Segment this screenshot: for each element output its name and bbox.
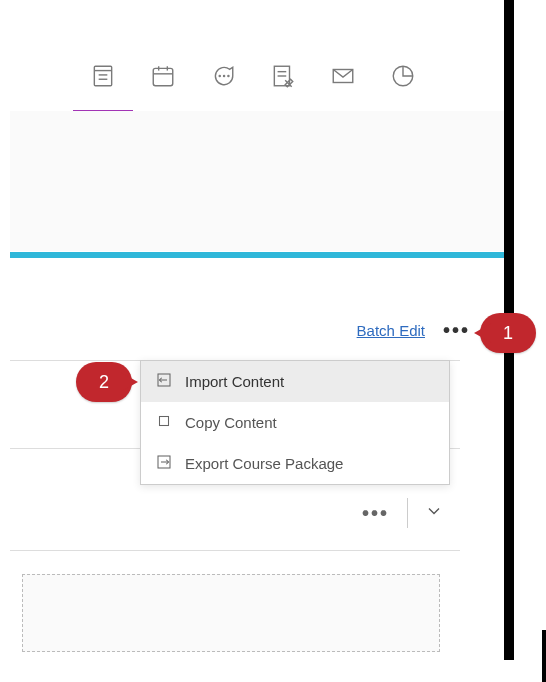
- divider: [10, 550, 460, 551]
- module-more-button[interactable]: •••: [344, 502, 407, 525]
- tab-discussions[interactable]: [208, 63, 238, 93]
- menu-item-copy-content[interactable]: Copy Content: [141, 402, 449, 443]
- copy-icon: [155, 412, 173, 433]
- svg-point-10: [227, 75, 228, 76]
- tab-analytics[interactable]: [388, 63, 418, 93]
- content-actions-row: Batch Edit •••: [10, 320, 470, 340]
- course-banner: [10, 111, 504, 251]
- menu-item-export-course-package[interactable]: Export Course Package: [141, 443, 449, 484]
- banner-accent-bar: [10, 252, 504, 258]
- batch-edit-link[interactable]: Batch Edit: [357, 322, 425, 339]
- crop-edge-corner: [542, 630, 546, 682]
- drop-zone[interactable]: [22, 574, 440, 652]
- tab-content[interactable]: [88, 63, 118, 93]
- export-icon: [155, 453, 173, 474]
- document-edit-icon: [270, 63, 296, 93]
- calendar-icon: [150, 63, 176, 93]
- content-context-menu: Import Content Copy Content Export Cours…: [140, 360, 450, 485]
- tab-gradebook[interactable]: [268, 63, 298, 93]
- annotation-callout-1: 1: [480, 313, 536, 353]
- module-row-controls: •••: [10, 498, 460, 528]
- menu-item-label: Import Content: [185, 373, 284, 390]
- mail-icon: [330, 63, 356, 93]
- svg-rect-18: [160, 417, 169, 426]
- import-icon: [155, 371, 173, 392]
- menu-item-import-content[interactable]: Import Content: [141, 361, 449, 402]
- tab-calendar[interactable]: [148, 63, 178, 93]
- callout-number: 1: [503, 323, 513, 344]
- book-icon: [90, 63, 116, 93]
- module-expand-toggle[interactable]: [408, 501, 460, 525]
- menu-item-label: Export Course Package: [185, 455, 343, 472]
- pie-chart-icon: [390, 63, 416, 93]
- svg-rect-4: [153, 68, 173, 85]
- annotation-callout-2: 2: [76, 362, 132, 402]
- svg-rect-0: [94, 66, 111, 86]
- callout-number: 2: [99, 372, 109, 393]
- chevron-down-icon: [424, 507, 444, 524]
- chat-icon: [210, 63, 236, 93]
- menu-item-label: Copy Content: [185, 414, 277, 431]
- tab-messages[interactable]: [328, 63, 358, 93]
- top-nav-tabs: [0, 46, 505, 110]
- app-frame: Batch Edit ••• Import Content Copy Conte…: [0, 0, 508, 660]
- svg-point-8: [219, 75, 220, 76]
- svg-point-9: [223, 75, 224, 76]
